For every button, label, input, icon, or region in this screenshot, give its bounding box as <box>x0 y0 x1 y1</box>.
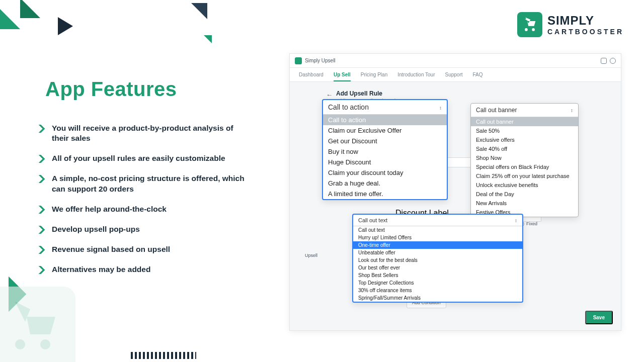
feature-text: We offer help around-the-clock <box>52 204 167 214</box>
dropdown-selected: Call out text <box>358 217 387 223</box>
dropdown-option[interactable]: A limited time offer. <box>323 189 447 199</box>
dropdown-option[interactable]: Claim our Exclusive Offer <box>323 125 447 136</box>
feature-item: You will receive a product-by-product an… <box>38 123 249 143</box>
dropdown-option[interactable]: Shop Best Sellers <box>353 272 522 279</box>
chevron-icon <box>38 175 46 183</box>
tab-support[interactable]: Support <box>445 72 463 77</box>
deco-triangle <box>20 0 40 18</box>
feature-text: Alternatives may be added <box>52 264 150 275</box>
dropdown-option[interactable]: 30% off clearance items <box>353 287 522 294</box>
chevron-icon <box>38 246 46 254</box>
dropdown-option[interactable]: Get our Discount <box>323 136 447 146</box>
dropdown-option[interactable]: Deal of the Day <box>471 190 578 199</box>
brand-name-2: CARTBOOSTER <box>547 28 624 35</box>
dropdown-option[interactable]: Claim 25% off on your latest purchase <box>471 171 578 180</box>
deco-hash <box>131 352 196 359</box>
dropdown-option[interactable]: One-time offer <box>353 241 522 249</box>
dropdown-option[interactable]: New Arrivals <box>471 199 578 208</box>
dropdown-option[interactable]: Claim your discount today <box>323 167 447 178</box>
feature-item: Develop upsell pop-ups <box>38 224 249 234</box>
chevron-icon <box>38 266 46 274</box>
dropdown-option[interactable]: Call out text <box>353 226 522 234</box>
headline: App Features <box>45 78 177 101</box>
dropdown-option[interactable]: Buy it now <box>323 146 447 157</box>
dropdown-option[interactable]: Sale 40% off <box>471 144 578 153</box>
dropdown-option[interactable]: Unbeatable offer <box>353 249 522 256</box>
save-button[interactable]: Save <box>585 311 613 324</box>
brand-logo-icon <box>517 12 542 37</box>
feature-item: All of your upsell rules are easily cust… <box>38 153 249 163</box>
chevron-icon <box>38 155 46 163</box>
dropdown-option[interactable]: Look out for the best deals <box>353 256 522 264</box>
dropdown-callout-text[interactable]: Call out text Call out text Hurry up! Li… <box>352 214 523 303</box>
app-tabs: Dashboard Up Sell Pricing Plan Introduct… <box>290 68 621 82</box>
tab-dashboard[interactable]: Dashboard <box>299 72 324 77</box>
app-logo-icon <box>295 57 302 64</box>
back-arrow-icon[interactable]: ← <box>326 91 333 99</box>
app-titlebar: Simply Upsell <box>290 54 621 68</box>
tab-upsell[interactable]: Up Sell <box>334 72 351 77</box>
dropdown-selected: Call out banner <box>476 107 517 114</box>
deco-cart-bg <box>0 287 75 362</box>
dropdown-option[interactable]: Call to action <box>323 115 447 125</box>
dropdown-option[interactable]: Exclusive offers <box>471 135 578 144</box>
deco-triangle <box>204 35 212 43</box>
page-title: Add Upsell Rule <box>336 90 609 97</box>
dropdown-selected: Call to action <box>328 103 369 111</box>
tab-pricing[interactable]: Pricing Plan <box>361 72 387 77</box>
dropdown-option[interactable]: Our best offer ever <box>353 264 522 272</box>
feature-text: All of your upsell rules are easily cust… <box>52 153 225 163</box>
chevron-icon <box>38 226 46 234</box>
brand-logo: SIMPLY CARTBOOSTER <box>517 12 624 37</box>
dropdown-option[interactable]: Top Designer Collections <box>353 279 522 287</box>
dropdown-option[interactable]: Call out banner <box>471 117 578 126</box>
bell-icon[interactable] <box>601 58 607 64</box>
feature-item: Revenue signal based on upsell <box>38 244 249 254</box>
feature-item: A simple, no-cost pricing structure is o… <box>38 173 249 194</box>
feature-text: Revenue signal based on upsell <box>52 244 170 254</box>
feature-text: You will receive a product-by-product an… <box>52 123 249 143</box>
dropdown-option[interactable]: Grab a huge deal. <box>323 178 447 189</box>
feature-text: A simple, no-cost pricing structure is o… <box>52 173 249 194</box>
profile-icon[interactable] <box>610 58 616 64</box>
dropdown-callout-banner[interactable]: Call out banner Call out banner Sale 50%… <box>470 103 579 217</box>
deco-triangle <box>0 9 20 29</box>
brand-name-1: SIMPLY <box>547 15 624 27</box>
dropdown-call-to-action[interactable]: Call to action Call to action Claim our … <box>322 99 448 200</box>
dropdown-option[interactable]: Spring/Fall/Summer Arrivals <box>353 294 522 302</box>
deco-triangle <box>191 3 207 19</box>
caret-icon <box>571 107 573 114</box>
dropdown-option[interactable]: Sale 50% <box>471 126 578 135</box>
chevron-icon <box>38 125 46 133</box>
feature-item: Alternatives may be added <box>38 264 249 275</box>
dropdown-option[interactable]: Hurry up! Limited Offers <box>353 234 522 241</box>
dropdown-option[interactable]: Huge Discount <box>323 157 447 167</box>
tab-intro-tour[interactable]: Introduction Tour <box>397 72 435 77</box>
feature-item: We offer help around-the-clock <box>38 204 249 214</box>
section-upsell: Upsell <box>305 253 317 258</box>
dropdown-option[interactable]: Unlock exclusive benefits <box>471 180 578 190</box>
chevron-icon <box>38 206 46 214</box>
tab-faq[interactable]: FAQ <box>473 72 483 77</box>
feature-list: You will receive a product-by-product an… <box>38 113 249 275</box>
deco-triangle <box>58 17 73 35</box>
caret-icon <box>515 217 517 223</box>
dropdown-option[interactable]: Special offers on Black Friday <box>471 162 578 171</box>
caret-icon <box>439 103 442 111</box>
feature-text: Develop upsell pop-ups <box>52 224 140 234</box>
app-name: Simply Upsell <box>305 58 336 63</box>
dropdown-option[interactable]: Shop Now <box>471 153 578 162</box>
